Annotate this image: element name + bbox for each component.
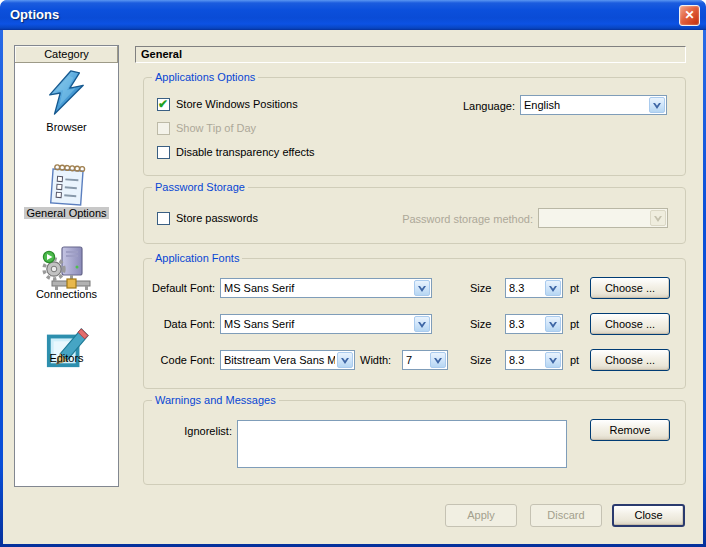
close-action-button[interactable]: Close xyxy=(612,504,685,527)
options-dialog: Options ✕ Category Browser xyxy=(0,0,706,547)
store-passwords-checkbox[interactable] xyxy=(157,212,170,225)
language-value: English xyxy=(524,98,647,112)
remove-button-label: Remove xyxy=(610,424,651,436)
choose-button-label: Choose ... xyxy=(605,282,655,294)
code-font-width-value: 7 xyxy=(406,353,428,367)
data-font-size-select[interactable]: 8.3 xyxy=(505,314,563,334)
apply-button-label: Apply xyxy=(467,509,495,521)
group-title: Applications Options xyxy=(152,70,258,85)
password-storage-method-label: Password storage method: xyxy=(350,212,533,226)
show-tip-of-day-label: Show Tip of Day xyxy=(176,121,256,135)
language-select[interactable]: English xyxy=(520,95,667,115)
sidebar-item-connections[interactable]: Connections xyxy=(14,287,119,301)
group-title: Application Fonts xyxy=(152,251,242,266)
chevron-down-icon xyxy=(654,216,662,222)
size-label: Size xyxy=(470,317,491,331)
default-font-value: MS Sans Serif xyxy=(224,281,412,295)
dropdown-button[interactable] xyxy=(337,352,353,368)
data-font-select[interactable]: MS Sans Serif xyxy=(220,314,432,334)
data-font-label: Data Font: xyxy=(140,317,215,331)
ignorelist-listbox[interactable] xyxy=(237,420,567,468)
chevron-down-icon xyxy=(418,322,426,328)
data-font-value: MS Sans Serif xyxy=(224,317,412,331)
ignorelist-label: Ignorelist: xyxy=(150,424,232,438)
data-font-size-value: 8.3 xyxy=(509,317,543,331)
sidebar-item-label: Editors xyxy=(47,352,85,364)
category-header-label: Category xyxy=(44,48,89,60)
default-font-label: Default Font: xyxy=(140,281,215,295)
store-passwords-label: Store passwords xyxy=(176,211,258,225)
disable-transparency-label: Disable transparency effects xyxy=(176,145,315,159)
window-title: Options xyxy=(10,7,59,22)
chevron-down-icon xyxy=(418,286,426,292)
code-font-width-select[interactable]: 7 xyxy=(402,350,448,370)
disable-transparency-checkbox[interactable] xyxy=(157,146,170,159)
store-windows-positions-checkbox[interactable]: ✔ xyxy=(157,98,170,111)
apply-button[interactable]: Apply xyxy=(445,504,517,527)
choose-button-label: Choose ... xyxy=(605,318,655,330)
pt-unit-label: pt xyxy=(570,353,579,367)
code-font-label: Code Font: xyxy=(140,353,215,367)
chevron-down-icon xyxy=(434,358,442,364)
close-button-label: Close xyxy=(634,509,662,521)
sidebar-item-browser[interactable]: Browser xyxy=(14,120,119,134)
chevron-down-icon xyxy=(341,358,349,364)
lightning-bolt-icon xyxy=(43,70,89,116)
group-title: Password Storage xyxy=(152,180,248,195)
default-font-size-select[interactable]: 8.3 xyxy=(505,278,563,298)
chevron-down-icon xyxy=(549,358,557,364)
password-storage-method-select[interactable] xyxy=(538,208,668,228)
group-title: Warnings and Messages xyxy=(152,393,279,408)
default-font-choose-button[interactable]: Choose ... xyxy=(590,277,670,299)
size-label: Size xyxy=(470,281,491,295)
code-font-value: Bitstream Vera Sans Mo xyxy=(224,353,335,367)
pt-unit-label: pt xyxy=(570,317,579,331)
code-font-choose-button[interactable]: Choose ... xyxy=(590,349,670,371)
dropdown-button[interactable] xyxy=(545,352,561,368)
chevron-down-icon xyxy=(549,286,557,292)
sidebar-item-editors[interactable]: Editors xyxy=(14,351,119,365)
discard-button[interactable]: Discard xyxy=(530,504,602,527)
data-font-choose-button[interactable]: Choose ... xyxy=(590,313,670,335)
discard-button-label: Discard xyxy=(547,509,584,521)
code-font-size-value: 8.3 xyxy=(509,353,543,367)
dropdown-button[interactable] xyxy=(649,97,665,113)
chevron-down-icon xyxy=(653,103,661,109)
options-notepad-icon xyxy=(45,162,89,208)
dropdown-button[interactable] xyxy=(430,352,446,368)
category-header[interactable]: Category xyxy=(15,46,118,63)
sidebar-item-label: General Options xyxy=(24,207,108,219)
code-font-select[interactable]: Bitstream Vera Sans Mo xyxy=(220,350,355,370)
close-icon: ✕ xyxy=(684,8,694,22)
chevron-down-icon xyxy=(549,322,557,328)
dropdown-button xyxy=(650,210,666,226)
default-font-size-value: 8.3 xyxy=(509,281,543,295)
titlebar[interactable]: Options xyxy=(0,0,706,30)
dropdown-button[interactable] xyxy=(545,280,561,296)
sidebar-item-label: Connections xyxy=(34,288,99,300)
sidebar-item-general-options[interactable]: General Options xyxy=(14,206,119,220)
page-title: General xyxy=(135,46,686,63)
sidebar-item-label: Browser xyxy=(44,121,88,133)
size-label: Size xyxy=(470,353,491,367)
choose-button-label: Choose ... xyxy=(605,354,655,366)
remove-button[interactable]: Remove xyxy=(590,419,670,441)
store-windows-positions-label: Store Windows Positions xyxy=(176,97,298,111)
dropdown-button[interactable] xyxy=(545,316,561,332)
width-label: Width: xyxy=(360,353,398,367)
show-tip-of-day-checkbox[interactable] xyxy=(157,122,170,135)
language-label: Language: xyxy=(463,99,515,113)
close-button[interactable]: ✕ xyxy=(679,5,700,26)
dropdown-button[interactable] xyxy=(414,280,430,296)
network-computer-icon xyxy=(40,245,92,291)
code-font-size-select[interactable]: 8.3 xyxy=(505,350,563,370)
check-icon: ✔ xyxy=(158,97,168,111)
default-font-select[interactable]: MS Sans Serif xyxy=(220,278,432,298)
dropdown-button[interactable] xyxy=(414,316,430,332)
pt-unit-label: pt xyxy=(570,281,579,295)
